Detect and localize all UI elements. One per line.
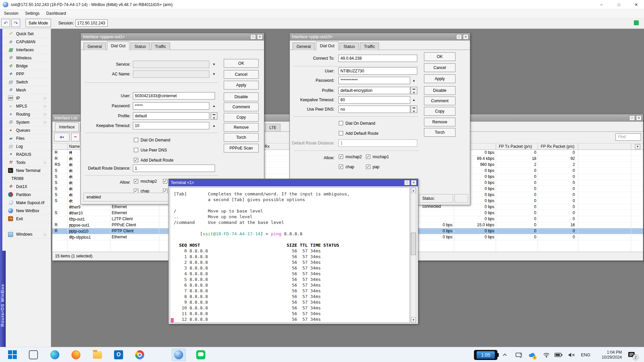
window-maximize-icon[interactable]: □ [456, 34, 462, 40]
sidebar-item[interactable]: Quick Set ▷ [2, 30, 51, 38]
profile-field[interactable]: default [133, 112, 209, 120]
sidebar-item[interactable]: CAPsMAN ▷ [2, 38, 51, 46]
sidebar-item[interactable]: Files ▷ [2, 134, 51, 142]
keepalive-field[interactable]: 60 [338, 96, 410, 104]
pptp-dialog-titlebar[interactable]: Interface <pptp-out10> □ ✕ [290, 33, 470, 41]
mschap2-checkbox[interactable] [134, 179, 138, 183]
cast-icon[interactable] [515, 347, 523, 362]
default-route-distance-field[interactable]: 1 [133, 165, 215, 172]
window-maximize-icon[interactable]: □ [250, 34, 256, 40]
safe-mode-button[interactable]: Safe Mode [25, 19, 51, 27]
file-explorer-icon[interactable] [93, 351, 102, 359]
tab[interactable]: Traffic [360, 43, 379, 50]
sidebar-item[interactable]: PPP ▷ [2, 70, 51, 78]
terminal-scrollbar[interactable]: ▲ ▼ [411, 187, 416, 323]
column-select-icon[interactable]: ▼ [635, 144, 640, 149]
use-peer-dns-checkbox[interactable] [134, 148, 138, 152]
mschap1-checkbox[interactable] [366, 155, 370, 159]
sidebar-item[interactable]: Routing ▷ [2, 110, 51, 118]
add-default-route-checkbox[interactable] [339, 131, 343, 135]
battery-icon[interactable] [553, 347, 564, 362]
reveal-icon[interactable]: ▲ [212, 102, 216, 110]
mschap1-checkbox[interactable] [163, 179, 167, 183]
language-indicator[interactable]: ENG [579, 347, 592, 362]
sidebar-item[interactable]: Wireless ▷ [2, 54, 51, 62]
maximize-button[interactable]: □ [611, 0, 627, 9]
dialog-button[interactable]: Comment [424, 97, 455, 105]
sidebar-item[interactable]: Exit ▷ [2, 215, 51, 223]
combo-dropdown-icon[interactable]: ▼ [211, 112, 217, 120]
add-button[interactable]: +▾ [54, 133, 69, 141]
pap-checkbox[interactable] [366, 165, 370, 169]
user-field[interactable]: NTIBUZZ730 [338, 67, 417, 75]
service-field[interactable] [133, 61, 209, 68]
combo-dropdown-icon[interactable]: ▼ [411, 106, 417, 113]
tab[interactable]: Status [339, 43, 359, 50]
tab[interactable]: General [292, 43, 315, 50]
window-close-icon[interactable]: ✕ [636, 115, 642, 121]
onedrive-icon[interactable]: ! [527, 347, 537, 362]
default-route-distance-field[interactable]: 1 [338, 139, 417, 147]
dialog-button[interactable]: OK [224, 59, 259, 68]
dialog-button[interactable]: Cancel [424, 63, 455, 72]
sidebar-item[interactable]: Tools ▷ [2, 159, 51, 167]
session-input[interactable] [75, 19, 108, 27]
main-titlebar[interactable]: ssit@172.50.102.243 (18-FD-74-A4-17-14) … [0, 0, 644, 9]
edge-icon[interactable] [50, 350, 59, 359]
sidebar-item[interactable]: Interfaces ▷ [2, 46, 51, 54]
sidebar-item[interactable]: Windows ▷ [2, 230, 51, 238]
reveal-icon[interactable]: ▲ [412, 77, 416, 84]
dialog-button[interactable]: Apply [424, 74, 455, 83]
menu-item[interactable]: Dashboard [43, 10, 69, 17]
dialog-button[interactable]: Comment [224, 103, 259, 111]
add-default-route-checkbox[interactable] [134, 158, 138, 162]
find-input[interactable]: Find [615, 133, 641, 141]
sidebar-item[interactable]: New Terminal ▷ [2, 167, 51, 175]
terminal-titlebar[interactable]: Terminal <1> □ ✕ [169, 179, 418, 186]
dialog-button[interactable]: OK [424, 52, 455, 61]
task-view-icon[interactable] [29, 350, 38, 359]
window-maximize-icon[interactable]: □ [404, 180, 410, 185]
scroll-down-icon[interactable]: ▼ [411, 317, 416, 322]
spin-up-icon[interactable]: ▲ [212, 122, 216, 129]
window-close-icon[interactable]: ✕ [411, 180, 417, 185]
minimize-button[interactable]: – [594, 0, 609, 9]
sidebar-item[interactable]: Switch ▷ [2, 78, 51, 86]
sidebar-item[interactable]: Mesh ▷ [2, 86, 51, 94]
use-peer-dns-field[interactable]: no [338, 106, 410, 113]
sidebar-item[interactable]: Dot1X ▷ [2, 183, 51, 191]
battery-clock-widget[interactable]: 1:05 [474, 350, 497, 360]
dialog-button[interactable]: Remove [424, 118, 455, 126]
dialog-button[interactable]: Torch [224, 133, 259, 142]
tab[interactable]: General [84, 43, 106, 50]
hidden-icons-chevron[interactable] [501, 347, 509, 362]
user-field[interactable]: 5030421833@cinternet [133, 92, 215, 100]
winbox-taskbar-icon[interactable] [174, 350, 183, 359]
line-app-icon[interactable] [196, 350, 205, 359]
tab[interactable]: Interface [55, 122, 79, 131]
scroll-up-icon[interactable]: ▲ [411, 188, 416, 193]
sidebar-item[interactable]: Bridge ▷ [2, 62, 51, 70]
tab[interactable]: Traffic [151, 43, 170, 50]
window-close-icon[interactable]: ✕ [257, 34, 263, 40]
tab[interactable]: Dial Out [107, 41, 129, 50]
sidebar-item[interactable]: IP ▷ [2, 94, 51, 102]
ac-name-field[interactable] [133, 70, 209, 78]
outlook-icon[interactable]: O [114, 350, 123, 359]
dialog-button[interactable]: Apply [224, 81, 259, 89]
menu-item[interactable]: Session [1, 10, 22, 17]
tab[interactable]: Dial Out [316, 41, 338, 50]
dropdown-icon[interactable]: ▼ [212, 61, 216, 68]
dialog-button[interactable]: Disable [224, 93, 259, 101]
dialog-button[interactable]: Disable [424, 86, 455, 95]
dialog-button[interactable]: Copy [424, 107, 455, 116]
sidebar-item[interactable]: RADIUS ▷ [2, 150, 51, 159]
volume-muted-icon[interactable] [567, 347, 576, 362]
sidebar-item[interactable]: TR069 ▷ [2, 175, 51, 183]
taskbar-clock[interactable]: 1:04 PM 10/29/2024 [593, 347, 622, 362]
tab[interactable]: LTE [265, 124, 280, 131]
dialog-button[interactable]: Cancel [224, 70, 259, 79]
sidebar-item[interactable]: New WinBox ▷ [2, 207, 51, 215]
remove-button[interactable]: − [71, 133, 80, 141]
keepalive-field[interactable]: 10 [133, 122, 209, 129]
